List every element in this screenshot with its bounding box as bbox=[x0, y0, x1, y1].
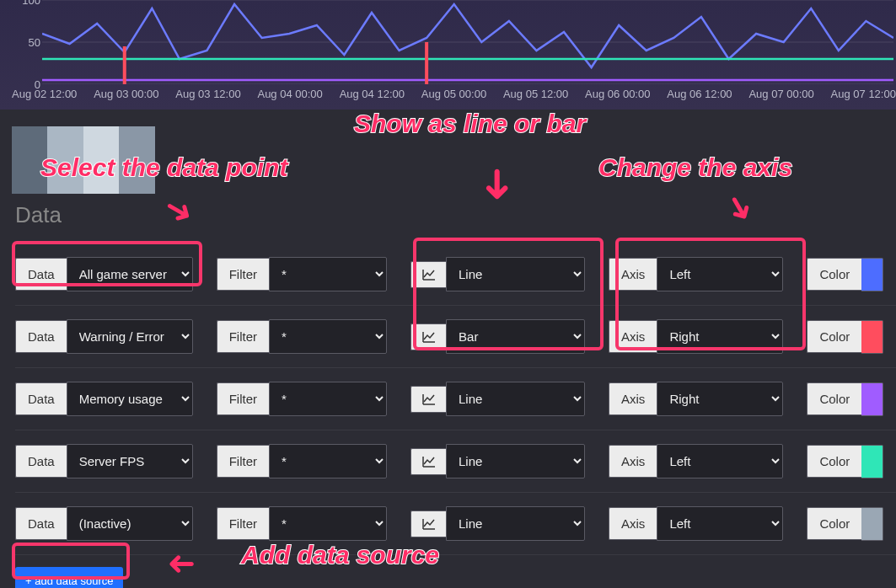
chart-type-select[interactable]: Line bbox=[446, 382, 585, 416]
axis-label: Axis bbox=[609, 258, 657, 291]
filter-select[interactable]: * bbox=[269, 382, 387, 416]
data-source-row: Data(Inactive)Filter*LineAxisLeftColor bbox=[15, 493, 896, 555]
axis-select[interactable]: Right bbox=[657, 319, 783, 354]
axis-select[interactable]: Left bbox=[657, 506, 783, 541]
data-source-row: DataServer FPSFilter*LineAxisLeftColor bbox=[15, 430, 896, 493]
chart-type-icon bbox=[410, 510, 446, 537]
filter-select[interactable]: * bbox=[269, 506, 387, 541]
color-label: Color bbox=[807, 382, 861, 415]
chart-type-icon bbox=[410, 448, 446, 475]
x-tick: Aug 06 00:00 bbox=[585, 88, 650, 100]
color-label: Color bbox=[807, 445, 861, 478]
x-tick: Aug 03 00:00 bbox=[94, 88, 158, 100]
x-tick: Aug 07 12:00 bbox=[831, 88, 896, 100]
filter-label: Filter bbox=[217, 258, 269, 291]
x-tick: Aug 04 12:00 bbox=[340, 88, 405, 100]
color-swatch[interactable] bbox=[861, 445, 883, 478]
x-tick: Aug 04 00:00 bbox=[257, 88, 322, 100]
filter-label: Filter bbox=[217, 445, 269, 478]
x-tick: Aug 07 00:00 bbox=[748, 88, 813, 100]
data-select[interactable]: Server FPS bbox=[67, 444, 193, 478]
color-label: Color bbox=[807, 507, 861, 540]
data-select[interactable]: (Inactive) bbox=[67, 506, 193, 541]
y-tick: 50 bbox=[29, 36, 40, 49]
color-swatch[interactable] bbox=[861, 258, 883, 291]
color-label: Color bbox=[807, 258, 861, 291]
data-label: Data bbox=[15, 258, 67, 291]
chart-type-select[interactable]: Line bbox=[446, 506, 585, 541]
arrow-icon: ➜ bbox=[167, 546, 196, 585]
chart-type-select[interactable]: Line bbox=[446, 444, 585, 478]
svg-rect-4 bbox=[425, 42, 428, 84]
color-swatch[interactable] bbox=[861, 320, 883, 354]
y-axis-ticks: 100 50 0 bbox=[12, 0, 40, 84]
data-label: Data bbox=[15, 320, 67, 353]
axis-label: Axis bbox=[609, 507, 657, 540]
filter-label: Filter bbox=[217, 320, 269, 353]
x-tick: Aug 06 12:00 bbox=[667, 88, 732, 100]
data-label: Data bbox=[15, 445, 67, 478]
chart-type-icon bbox=[410, 386, 446, 413]
annotation-add-source: Add data source bbox=[241, 541, 439, 569]
color-swatch[interactable] bbox=[861, 507, 883, 541]
data-source-row: DataWarning / ErrorFilter*BarAxisRightCo… bbox=[15, 306, 896, 368]
x-axis-ticks: Aug 02 12:00Aug 03 00:00Aug 03 12:00Aug … bbox=[12, 88, 896, 100]
data-source-row: DataMemory usageFilter*LineAxisRightColo… bbox=[15, 368, 896, 430]
data-source-rows: DataAll game serverFilter*LineAxisLeftCo… bbox=[0, 243, 896, 555]
data-label: Data bbox=[15, 507, 67, 540]
data-select[interactable]: Warning / Error bbox=[67, 319, 193, 354]
axis-label: Axis bbox=[609, 382, 657, 415]
chart-type-select[interactable]: Line bbox=[446, 257, 585, 291]
annotation-show-as: Show as line or bar bbox=[354, 110, 586, 138]
axis-label: Axis bbox=[609, 320, 657, 353]
data-select[interactable]: All game server bbox=[67, 257, 193, 291]
x-tick: Aug 03 12:00 bbox=[175, 88, 240, 100]
section-heading: Data bbox=[15, 202, 896, 228]
data-select[interactable]: Memory usage bbox=[67, 382, 193, 416]
data-source-row: DataAll game serverFilter*LineAxisLeftCo… bbox=[15, 243, 896, 306]
annotation-select-data: Select the data point bbox=[40, 153, 287, 182]
svg-rect-3 bbox=[123, 46, 126, 84]
filter-select[interactable]: * bbox=[269, 444, 387, 478]
annotation-change-axis: Change the axis bbox=[598, 153, 792, 182]
chart-plot bbox=[42, 0, 893, 84]
color-label: Color bbox=[807, 320, 861, 353]
x-tick: Aug 05 00:00 bbox=[421, 88, 486, 100]
chart-type-icon bbox=[410, 323, 446, 350]
chart-type-select[interactable]: Bar bbox=[446, 319, 585, 354]
axis-label: Axis bbox=[609, 445, 657, 478]
metrics-chart: 100 50 0 Aug 02 12:00Aug 03 00:00Aug 03 … bbox=[0, 0, 896, 110]
x-tick: Aug 02 12:00 bbox=[12, 88, 77, 100]
filter-select[interactable]: * bbox=[269, 257, 387, 291]
color-swatch[interactable] bbox=[861, 382, 883, 416]
x-tick: Aug 05 12:00 bbox=[503, 88, 568, 100]
axis-select[interactable]: Left bbox=[657, 444, 783, 478]
axis-select[interactable]: Right bbox=[657, 382, 783, 416]
add-data-source-button[interactable]: + add data source bbox=[15, 567, 123, 588]
axis-select[interactable]: Left bbox=[657, 257, 783, 291]
y-tick: 100 bbox=[22, 0, 40, 7]
filter-label: Filter bbox=[217, 382, 269, 415]
data-label: Data bbox=[15, 382, 67, 415]
filter-select[interactable]: * bbox=[269, 319, 387, 354]
filter-label: Filter bbox=[217, 507, 269, 540]
arrow-icon: ➜ bbox=[474, 167, 523, 202]
chart-type-icon bbox=[410, 261, 446, 288]
